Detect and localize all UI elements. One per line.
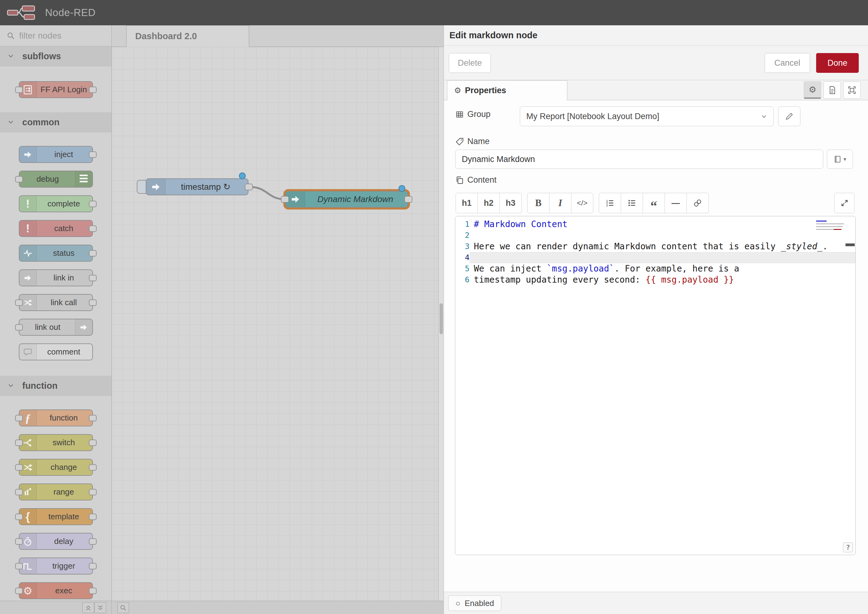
node-port[interactable] — [89, 563, 96, 569]
palette-expand-all-button[interactable] — [95, 602, 106, 613]
edit-group-button[interactable] — [778, 107, 800, 126]
palette-node-template[interactable]: { template — [19, 508, 93, 525]
cancel-button[interactable]: Cancel — [765, 53, 810, 73]
node-port[interactable] — [89, 250, 96, 256]
palette-node-catch[interactable]: ! catch — [19, 220, 93, 237]
palette-node-trigger[interactable]: trigger — [19, 558, 93, 575]
node-port[interactable] — [15, 415, 23, 421]
properties-form: Group My Report [Notebook Layout Demo] N… — [444, 100, 868, 592]
category-function[interactable]: function — [0, 376, 112, 396]
appearance-view-button[interactable] — [843, 81, 860, 99]
node-port[interactable] — [89, 513, 96, 520]
overview-ruler-marker — [845, 243, 855, 246]
node-output-port[interactable] — [245, 184, 253, 191]
node-port[interactable] — [89, 439, 96, 446]
palette-node-exec[interactable]: ⚙ exec — [19, 582, 93, 599]
node-port[interactable] — [15, 87, 23, 93]
h1-button[interactable]: h1 — [456, 193, 478, 213]
editor-minimap[interactable] — [816, 219, 846, 232]
blockquote-button[interactable]: “ — [643, 193, 665, 213]
name-type-button[interactable]: ▾ — [827, 150, 853, 169]
node-port[interactable] — [89, 588, 96, 594]
node-red-app: Node-RED filter nodes subflows FF API Lo… — [0, 0, 868, 614]
palette-node-switch[interactable]: switch — [19, 434, 93, 451]
pencil-icon — [785, 112, 793, 120]
palette-search-input[interactable]: filter nodes — [0, 25, 112, 46]
canvas-vertical-scrollbar[interactable] — [438, 47, 444, 601]
palette-node-change[interactable]: change — [19, 459, 93, 476]
flow-node-timestamp[interactable]: timestamp ↻ — [146, 178, 248, 195]
bold-button[interactable]: B — [527, 193, 550, 213]
palette-node-delay[interactable]: delay — [19, 533, 93, 550]
properties-view-button[interactable]: ⚙ — [804, 81, 821, 99]
node-port[interactable] — [89, 225, 96, 232]
node-port[interactable] — [15, 563, 23, 569]
markdown-code-editor[interactable]: 1 # Markdown Content 2 3 Here we can ren… — [455, 216, 856, 555]
h3-button[interactable]: h3 — [500, 193, 522, 213]
scrollbar-thumb[interactable] — [439, 303, 443, 334]
expand-editor-button[interactable] — [834, 193, 854, 213]
node-port[interactable] — [15, 588, 23, 594]
palette-node-ff-api-login[interactable]: FF API Login — [19, 81, 93, 98]
debug-lines-icon — [75, 171, 92, 187]
node-port[interactable] — [89, 299, 96, 306]
node-port[interactable] — [89, 151, 96, 158]
node-port[interactable] — [15, 439, 23, 446]
enabled-toggle-button[interactable]: ○ Enabled — [448, 595, 501, 611]
node-port[interactable] — [89, 87, 96, 93]
flow-node-dynamic-markdown[interactable]: Dynamic Markdown — [285, 191, 408, 208]
horizontal-rule-button[interactable]: — — [665, 193, 687, 213]
code-line: 2 — [455, 230, 856, 241]
workspace-grid[interactable]: timestamp ↻ Dynamic Markdown — [112, 47, 444, 601]
comment-bubble-icon — [19, 344, 37, 360]
node-port[interactable] — [89, 415, 96, 421]
node-port[interactable] — [15, 538, 23, 544]
tab-properties[interactable]: ⚙ Properties — [447, 80, 567, 100]
node-port[interactable] — [89, 274, 96, 281]
code-line: 1 # Markdown Content — [455, 219, 856, 230]
italic-button[interactable]: I — [549, 193, 571, 213]
palette-node-link-in[interactable]: link in — [19, 269, 93, 286]
palette-node-complete[interactable]: ! complete — [19, 195, 93, 212]
node-port[interactable] — [89, 464, 96, 471]
palette-node-debug[interactable]: debug — [19, 171, 93, 188]
node-port[interactable] — [15, 513, 23, 520]
palette-node-link-call[interactable]: link call — [19, 294, 93, 311]
palette-node-link-out[interactable]: link out — [19, 319, 93, 336]
link-button[interactable] — [686, 193, 709, 213]
editor-help-button[interactable]: ? — [843, 543, 853, 552]
tab-dashboard-2.0[interactable]: Dashboard 2.0 — [126, 25, 249, 47]
ordered-list-button[interactable] — [599, 193, 621, 213]
delete-button[interactable]: Delete — [449, 53, 491, 73]
palette-node-inject[interactable]: inject — [19, 146, 93, 163]
palette-node-range[interactable]: range — [19, 484, 93, 501]
name-input[interactable] — [455, 150, 823, 169]
palette-node-function[interactable]: ƒ function — [19, 409, 93, 426]
palette-node-status[interactable]: status — [19, 245, 93, 262]
node-port[interactable] — [89, 489, 96, 495]
node-port[interactable] — [15, 176, 23, 182]
node-output-port[interactable] — [404, 196, 412, 203]
node-port[interactable] — [15, 299, 23, 306]
category-common[interactable]: common — [0, 112, 112, 132]
code-button[interactable]: </> — [571, 193, 593, 213]
node-port[interactable] — [15, 489, 23, 495]
node-port[interactable] — [89, 200, 96, 207]
chevron-down-icon — [8, 119, 14, 126]
group-select[interactable]: My Report [Notebook Layout Demo] — [520, 107, 773, 126]
done-button[interactable]: Done — [816, 53, 859, 73]
node-port[interactable] — [15, 324, 23, 330]
h2-button[interactable]: h2 — [478, 193, 500, 213]
palette-collapse-all-button[interactable] — [82, 602, 94, 613]
category-subflows[interactable]: subflows — [0, 46, 112, 66]
description-view-button[interactable] — [823, 81, 841, 99]
edit-panel-title: Edit markdown node — [444, 25, 868, 46]
node-port[interactable] — [89, 538, 96, 544]
unordered-list-button[interactable] — [621, 193, 643, 213]
search-flows-button[interactable] — [117, 602, 129, 613]
search-icon — [7, 32, 15, 40]
node-input-port[interactable] — [281, 196, 289, 203]
node-port[interactable] — [15, 464, 23, 471]
palette-node-comment[interactable]: comment — [19, 343, 93, 360]
document-icon — [828, 86, 837, 95]
